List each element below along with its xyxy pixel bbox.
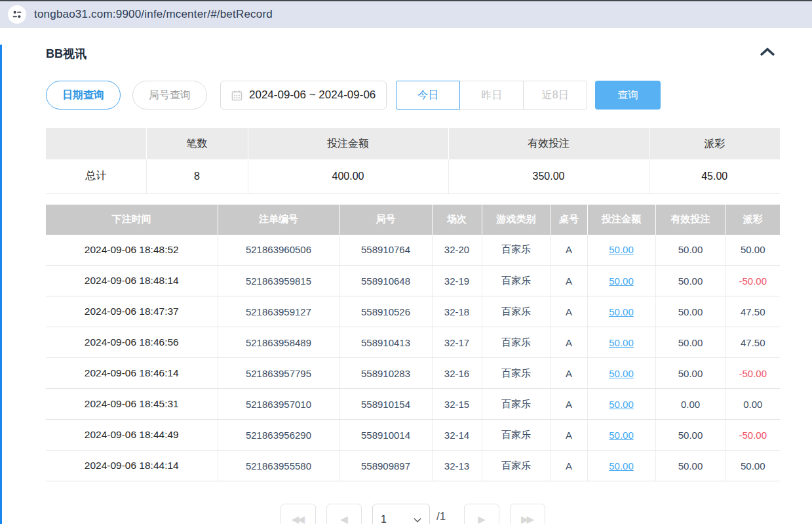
cell-bet-time: 2024-09-06 18:46:14 bbox=[46, 358, 218, 389]
cell-valid-bet: 50.00 bbox=[655, 296, 725, 327]
collapse-panel-button[interactable] bbox=[755, 45, 780, 62]
date-query-tab[interactable]: 日期查询 bbox=[46, 81, 121, 110]
cell-bet-id: 521863958489 bbox=[218, 327, 339, 358]
bet-amount-link[interactable]: 50.00 bbox=[609, 399, 634, 410]
bet-amount-link[interactable]: 50.00 bbox=[609, 337, 634, 348]
col-header-bet-amount: 投注金额 bbox=[587, 205, 655, 235]
cell-payout: -50.00 bbox=[725, 420, 780, 451]
summary-total-label: 总计 bbox=[46, 159, 146, 193]
last-page-button[interactable]: ▶▶ bbox=[510, 504, 545, 524]
cell-bet-amount: 50.00 bbox=[587, 235, 655, 266]
col-header-payout: 派彩 bbox=[725, 205, 780, 235]
bet-amount-link[interactable]: 50.00 bbox=[609, 244, 634, 255]
calendar-icon bbox=[231, 90, 242, 101]
cell-payout: -50.00 bbox=[725, 266, 780, 296]
filter-bar: 日期查询 局号查询 2024-09-06 ~ 2024-09-06 bbox=[46, 81, 780, 110]
cell-bet-id: 521863960506 bbox=[218, 235, 339, 266]
cell-payout: 47.50 bbox=[725, 296, 780, 327]
next-page-button[interactable]: ▶ bbox=[464, 504, 499, 524]
cell-session: 32-19 bbox=[432, 266, 482, 296]
cell-valid-bet: 50.00 bbox=[655, 358, 725, 389]
cell-game-type: 百家乐 bbox=[482, 235, 551, 266]
col-header-game-type: 游戏类别 bbox=[482, 205, 551, 235]
page-url[interactable]: tongbao31.com:9900/infe/mcenter/#/betRec… bbox=[34, 8, 273, 21]
bet-amount-link[interactable]: 50.00 bbox=[609, 306, 634, 317]
table-row: 2024-09-06 18:47:37 521863959127 5589105… bbox=[46, 296, 780, 327]
right-arrow-icon: ▶ bbox=[478, 514, 484, 524]
cell-bet-amount: 50.00 bbox=[587, 358, 655, 389]
quick-range-last8days[interactable]: 近8日 bbox=[523, 81, 587, 110]
cell-bet-id: 521863957010 bbox=[218, 389, 339, 420]
site-settings-icon[interactable] bbox=[8, 5, 26, 24]
cell-bet-time: 2024-09-06 18:45:31 bbox=[46, 389, 218, 420]
url-bar: tongbao31.com:9900/infe/mcenter/#/betRec… bbox=[0, 1, 812, 28]
table-row: 2024-09-06 18:45:31 521863957010 5589101… bbox=[46, 389, 780, 420]
cell-valid-bet: 0.00 bbox=[655, 389, 725, 420]
cell-bet-id: 521863956290 bbox=[218, 420, 339, 451]
bet-record-panel: BB视讯 日期查询 局号查询 bbox=[0, 45, 812, 524]
cell-table-no: A bbox=[551, 235, 587, 266]
bet-amount-link[interactable]: 50.00 bbox=[609, 460, 634, 472]
query-button[interactable]: 查询 bbox=[595, 81, 661, 110]
quick-range-today[interactable]: 今日 bbox=[396, 81, 460, 110]
cell-payout: 50.00 bbox=[725, 451, 780, 481]
cell-round-id: 558910413 bbox=[339, 327, 432, 358]
page-select-value: 1 bbox=[381, 514, 387, 524]
cell-game-type: 百家乐 bbox=[482, 296, 551, 327]
quick-range-group: 今日 昨日 近8日 bbox=[396, 81, 587, 110]
cell-valid-bet: 50.00 bbox=[655, 266, 725, 296]
summary-table: 笔数 投注金额 有效投注 派彩 总计 8 400.00 350.00 45.00 bbox=[46, 128, 780, 194]
cell-game-type: 百家乐 bbox=[482, 327, 551, 358]
cell-bet-id: 521863955580 bbox=[218, 451, 339, 481]
cell-bet-time: 2024-09-06 18:48:14 bbox=[46, 266, 218, 296]
cell-table-no: A bbox=[551, 327, 587, 358]
cell-table-no: A bbox=[551, 420, 587, 451]
quick-range-yesterday[interactable]: 昨日 bbox=[459, 81, 524, 110]
cell-round-id: 558909897 bbox=[339, 451, 432, 481]
cell-round-id: 558910526 bbox=[339, 296, 432, 327]
cell-session: 32-16 bbox=[432, 358, 482, 389]
cell-table-no: A bbox=[551, 389, 587, 420]
cell-bet-time: 2024-09-06 18:46:56 bbox=[46, 327, 218, 358]
cell-bet-time: 2024-09-06 18:47:37 bbox=[46, 296, 218, 327]
col-header-round-id: 局号 bbox=[339, 205, 432, 235]
cell-payout: 50.00 bbox=[725, 235, 780, 266]
round-query-tab[interactable]: 局号查询 bbox=[132, 81, 207, 110]
cell-game-type: 百家乐 bbox=[482, 266, 551, 296]
bet-amount-link[interactable]: 50.00 bbox=[609, 275, 634, 287]
cell-bet-time: 2024-09-06 18:48:52 bbox=[46, 235, 218, 266]
cell-bet-id: 521863957795 bbox=[218, 358, 339, 389]
bet-table-body: 2024-09-06 18:48:52 521863960506 5589107… bbox=[46, 235, 780, 481]
cell-session: 32-15 bbox=[432, 389, 482, 420]
bet-amount-link[interactable]: 50.00 bbox=[609, 430, 634, 441]
cell-round-id: 558910154 bbox=[339, 389, 432, 420]
first-page-button[interactable]: ◀◀ bbox=[280, 504, 316, 524]
summary-header-bet-amount: 投注金额 bbox=[248, 128, 448, 159]
col-header-session: 场次 bbox=[432, 205, 482, 235]
page-select[interactable]: 1 bbox=[372, 504, 430, 524]
prev-page-button[interactable]: ◀ bbox=[326, 504, 362, 524]
cell-bet-id: 521863959127 bbox=[218, 296, 339, 327]
col-header-table-no: 桌号 bbox=[551, 205, 587, 235]
summary-bet-amount-value: 400.00 bbox=[248, 159, 448, 193]
col-header-bet-id: 注单编号 bbox=[218, 205, 339, 235]
table-row: 2024-09-06 18:44:49 521863956290 5589100… bbox=[46, 420, 780, 451]
col-header-bet-time: 下注时间 bbox=[46, 205, 218, 235]
cell-valid-bet: 50.00 bbox=[655, 235, 725, 266]
cell-bet-time: 2024-09-06 18:44:14 bbox=[46, 451, 218, 481]
table-row: 2024-09-06 18:46:14 521863957795 5589102… bbox=[46, 358, 780, 389]
cell-game-type: 百家乐 bbox=[482, 358, 551, 389]
double-right-arrow-icon: ▶▶ bbox=[521, 514, 532, 524]
bet-record-table: 下注时间 注单编号 局号 场次 游戏类别 桌号 投注金额 有效投注 派彩 202… bbox=[46, 205, 780, 482]
cell-table-no: A bbox=[551, 266, 587, 296]
pagination: ◀◀ ◀ 1 /1 ▶ ▶▶ bbox=[46, 504, 780, 524]
date-range-value: 2024-09-06 ~ 2024-09-06 bbox=[249, 89, 376, 102]
table-row: 2024-09-06 18:48:14 521863959815 5589106… bbox=[46, 266, 780, 296]
cell-bet-time: 2024-09-06 18:44:49 bbox=[46, 420, 218, 451]
table-row: 2024-09-06 18:44:14 521863955580 5589098… bbox=[46, 451, 780, 481]
summary-payout-value: 45.00 bbox=[649, 159, 780, 193]
bet-amount-link[interactable]: 50.00 bbox=[609, 368, 634, 379]
date-range-picker[interactable]: 2024-09-06 ~ 2024-09-06 bbox=[220, 81, 387, 110]
cell-bet-amount: 50.00 bbox=[587, 451, 655, 481]
summary-header-blank bbox=[46, 128, 146, 159]
